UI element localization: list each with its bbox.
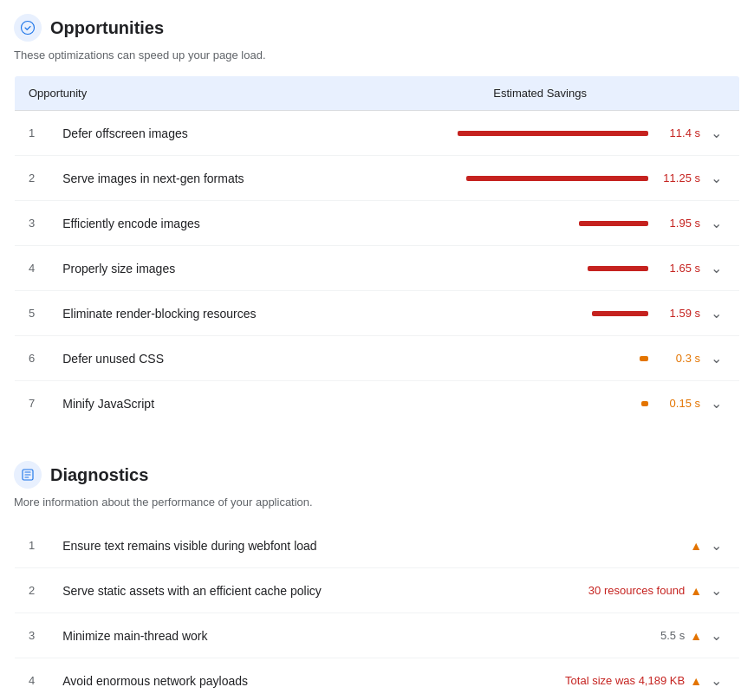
col-savings: Estimated Savings	[341, 76, 739, 111]
savings-value: 0.3 s	[655, 352, 700, 365]
warning-icon: ▲	[690, 539, 702, 553]
savings-bar	[466, 176, 648, 181]
row-label: Defer unused CSS	[49, 336, 341, 381]
diagnostics-icon	[14, 461, 42, 489]
warning-icon: ▲	[690, 629, 702, 643]
savings-cell: 1.59 s ⌄	[341, 291, 739, 336]
row-label: Eliminate render-blocking resources	[49, 291, 341, 336]
row-num: 1	[15, 523, 49, 568]
row-label: Efficiently encode images	[49, 201, 341, 246]
expand-button[interactable]: ⌄	[707, 213, 725, 233]
diag-row: 3 Minimize main-thread work 5.5 s ▲ ⌄	[15, 613, 740, 658]
diag-label: Ensure text remains visible during webfo…	[49, 523, 465, 568]
warning-icon: ▲	[690, 674, 702, 688]
expand-button[interactable]: ⌄	[707, 123, 725, 143]
row-num: 3	[15, 201, 49, 246]
opportunities-table: Opportunity Estimated Savings 1 Defer of…	[14, 75, 740, 426]
opportunities-icon	[14, 14, 42, 42]
opp-row: 6 Defer unused CSS 0.3 s ⌄	[15, 336, 740, 381]
expand-button[interactable]: ⌄	[707, 348, 725, 368]
svg-point-0	[22, 22, 35, 35]
row-num: 2	[15, 156, 49, 201]
row-num: 3	[15, 613, 49, 658]
diagnostics-header: Diagnostics	[14, 461, 740, 489]
savings-cell: 0.3 s ⌄	[341, 336, 739, 381]
col-opportunity: Opportunity	[15, 76, 341, 111]
expand-button[interactable]: ⌄	[707, 535, 725, 555]
opportunities-header: Opportunities	[14, 14, 740, 42]
expand-button[interactable]: ⌄	[707, 168, 725, 188]
row-num: 5	[15, 291, 49, 336]
opp-row: 3 Efficiently encode images 1.95 s ⌄	[15, 201, 740, 246]
diag-label: Minimize main-thread work	[49, 613, 465, 658]
opp-row: 2 Serve images in next-gen formats 11.25…	[15, 156, 740, 201]
diagnostics-title: Diagnostics	[50, 465, 148, 485]
row-label: Properly size images	[49, 246, 341, 291]
savings-value: 0.15 s	[655, 397, 700, 410]
diag-value: Total size was 4,189 KB	[565, 674, 685, 687]
savings-value: 1.95 s	[655, 217, 700, 230]
opp-row: 5 Eliminate render-blocking resources 1.…	[15, 291, 740, 336]
savings-bar	[641, 401, 648, 406]
expand-button[interactable]: ⌄	[707, 580, 725, 600]
opportunities-desc: These optimizations can speed up your pa…	[14, 49, 740, 62]
row-num: 2	[15, 568, 49, 613]
savings-value: 11.4 s	[655, 126, 700, 139]
diag-label: Avoid enormous network payloads	[49, 658, 465, 701]
diagnostics-table: 1 Ensure text remains visible during web…	[14, 522, 740, 700]
diag-right-cell: ▲ ⌄	[465, 523, 739, 568]
diagnostics-desc: More information about the performance o…	[14, 496, 740, 509]
row-num: 4	[15, 658, 49, 701]
savings-value: 11.25 s	[655, 172, 700, 185]
expand-button[interactable]: ⌄	[707, 671, 725, 690]
row-num: 6	[15, 336, 49, 381]
diag-right-cell: 5.5 s ▲ ⌄	[465, 613, 739, 658]
savings-value: 1.59 s	[655, 307, 700, 320]
row-num: 1	[15, 111, 49, 156]
savings-cell: 0.15 s ⌄	[341, 381, 739, 426]
savings-cell: 11.4 s ⌄	[341, 111, 739, 156]
warning-icon: ▲	[690, 584, 702, 598]
savings-cell: 11.25 s ⌄	[341, 156, 739, 201]
opp-row: 4 Properly size images 1.65 s ⌄	[15, 246, 740, 291]
expand-button[interactable]: ⌄	[707, 625, 725, 645]
savings-bar	[458, 131, 648, 136]
savings-cell: 1.65 s ⌄	[341, 246, 739, 291]
expand-button[interactable]: ⌄	[707, 303, 725, 323]
savings-bar	[588, 266, 648, 271]
savings-bar	[579, 221, 648, 226]
expand-button[interactable]: ⌄	[707, 393, 725, 413]
diag-label: Serve static assets with an efficient ca…	[49, 568, 465, 613]
row-num: 4	[15, 246, 49, 291]
savings-bar	[640, 356, 648, 361]
row-num: 7	[15, 381, 49, 426]
row-label: Minify JavaScript	[49, 381, 341, 426]
opp-row: 1 Defer offscreen images 11.4 s ⌄	[15, 111, 740, 156]
diag-right-cell: Total size was 4,189 KB ▲ ⌄	[465, 658, 739, 701]
savings-cell: 1.95 s ⌄	[341, 201, 739, 246]
diag-right-cell: 30 resources found ▲ ⌄	[465, 568, 739, 613]
savings-bar	[592, 311, 648, 316]
diag-row: 4 Avoid enormous network payloads Total …	[15, 658, 740, 701]
opportunities-title: Opportunities	[50, 18, 164, 38]
row-label: Serve images in next-gen formats	[49, 156, 341, 201]
opp-row: 7 Minify JavaScript 0.15 s ⌄	[15, 381, 740, 426]
diag-value: 5.5 s	[660, 629, 685, 642]
savings-value: 1.65 s	[655, 262, 700, 275]
row-label: Defer offscreen images	[49, 111, 341, 156]
diag-value: 30 resources found	[588, 584, 685, 597]
diag-row: 1 Ensure text remains visible during web…	[15, 523, 740, 568]
diag-row: 2 Serve static assets with an efficient …	[15, 568, 740, 613]
expand-button[interactable]: ⌄	[707, 258, 725, 278]
